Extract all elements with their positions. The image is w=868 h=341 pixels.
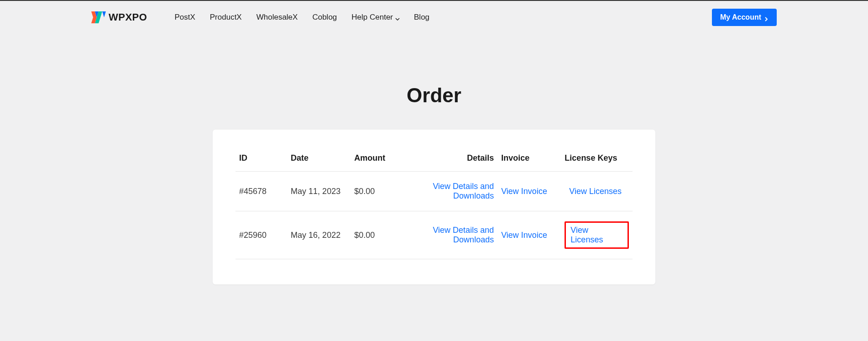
cell-date: May 11, 2023 bbox=[287, 172, 350, 211]
view-licenses-link[interactable]: View Licenses bbox=[569, 187, 622, 196]
nav-label: Coblog bbox=[312, 13, 337, 22]
chevron-down-icon bbox=[395, 15, 399, 20]
nav-label: PostX bbox=[174, 13, 195, 22]
nav-label: Help Center bbox=[351, 13, 393, 22]
cell-license: View Licenses bbox=[561, 172, 633, 211]
order-card: ID Date Amount Details Invoice License K… bbox=[213, 130, 655, 284]
nav-item-blog[interactable]: Blog bbox=[414, 13, 429, 22]
header-amount: Amount bbox=[350, 148, 406, 172]
table-row: #25960 May 16, 2022 $0.00 View Details a… bbox=[235, 211, 633, 259]
nav-label: ProductX bbox=[210, 13, 242, 22]
logo-text: WPXPO bbox=[109, 11, 147, 23]
license-link-wrapper-highlighted: View Licenses bbox=[565, 221, 629, 249]
logo-icon bbox=[91, 11, 106, 23]
nav-label: Blog bbox=[414, 13, 429, 22]
cell-invoice: View Invoice bbox=[497, 211, 561, 259]
my-account-label: My Account bbox=[720, 13, 761, 21]
nav-item-postx[interactable]: PostX bbox=[174, 13, 195, 22]
main-nav: PostX ProductX WholesaleX Coblog Help Ce… bbox=[174, 13, 712, 22]
orders-table: ID Date Amount Details Invoice License K… bbox=[235, 148, 633, 259]
view-details-link[interactable]: View Details and Downloads bbox=[410, 182, 494, 201]
nav-item-help-center[interactable]: Help Center bbox=[351, 13, 399, 22]
table-row: #45678 May 11, 2023 $0.00 View Details a… bbox=[235, 172, 633, 211]
view-licenses-link[interactable]: View Licenses bbox=[570, 226, 623, 245]
header-id: ID bbox=[235, 148, 287, 172]
cell-invoice: View Invoice bbox=[497, 172, 561, 211]
nav-item-coblog[interactable]: Coblog bbox=[312, 13, 337, 22]
view-invoice-link[interactable]: View Invoice bbox=[501, 187, 547, 196]
nav-item-wholesalex[interactable]: WholesaleX bbox=[256, 13, 298, 22]
cell-id: #45678 bbox=[235, 172, 287, 211]
cell-id: #25960 bbox=[235, 211, 287, 259]
header-invoice: Invoice bbox=[497, 148, 561, 172]
page-title: Order bbox=[0, 84, 868, 107]
view-invoice-link[interactable]: View Invoice bbox=[501, 231, 547, 240]
header-date: Date bbox=[287, 148, 350, 172]
logo[interactable]: WPXPO bbox=[91, 11, 147, 23]
view-details-link[interactable]: View Details and Downloads bbox=[410, 226, 494, 245]
my-account-button[interactable]: My Account bbox=[712, 9, 777, 26]
cell-date: May 16, 2022 bbox=[287, 211, 350, 259]
table-header-row: ID Date Amount Details Invoice License K… bbox=[235, 148, 633, 172]
header-license: License Keys bbox=[561, 148, 633, 172]
cell-details: View Details and Downloads bbox=[406, 211, 497, 259]
chevron-right-icon bbox=[764, 15, 769, 20]
cell-license: View Licenses bbox=[561, 211, 633, 259]
nav-label: WholesaleX bbox=[256, 13, 298, 22]
header-details: Details bbox=[406, 148, 497, 172]
nav-item-productx[interactable]: ProductX bbox=[210, 13, 242, 22]
cell-amount: $0.00 bbox=[350, 172, 406, 211]
header: WPXPO PostX ProductX WholesaleX Coblog H… bbox=[0, 1, 868, 34]
cell-details: View Details and Downloads bbox=[406, 172, 497, 211]
cell-amount: $0.00 bbox=[350, 211, 406, 259]
license-link-wrapper: View Licenses bbox=[565, 184, 626, 199]
